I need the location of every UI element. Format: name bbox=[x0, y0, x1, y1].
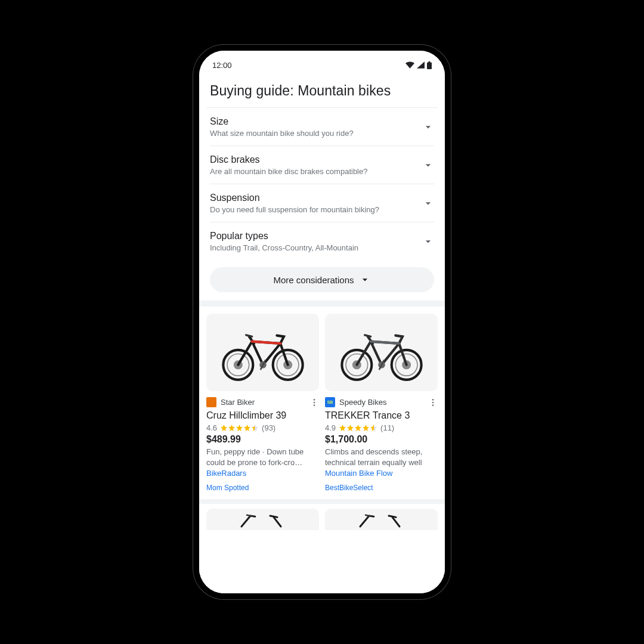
content-scroll[interactable]: Buying guide: Mountain bikes Size What s… bbox=[199, 73, 445, 593]
product-description: Fun, peppy ride · Down tube could be pro… bbox=[206, 447, 319, 467]
chevron-down-icon bbox=[422, 159, 434, 171]
product-card[interactable]: SB Speedy Bikes TREKKER Trance 3 4.9 bbox=[325, 314, 438, 492]
svg-point-9 bbox=[314, 404, 315, 406]
accordion-subtitle: What size mountain bike should you ride? bbox=[210, 129, 416, 138]
peek-row bbox=[199, 509, 445, 530]
svg-point-19 bbox=[432, 404, 434, 406]
cell-signal-icon bbox=[417, 61, 425, 69]
svg-point-18 bbox=[432, 401, 434, 403]
rating-value: 4.6 bbox=[206, 423, 217, 432]
accordion-subtitle: Including Trail, Cross-Country, All-Moun… bbox=[210, 243, 416, 252]
battery-icon bbox=[427, 61, 432, 69]
rating-row: 4.6 (93) bbox=[206, 423, 319, 432]
accordion-title: Disc brakes bbox=[210, 154, 416, 165]
product-price: $1,700.00 bbox=[325, 434, 438, 445]
bike-illustration bbox=[331, 323, 432, 382]
wifi-icon bbox=[405, 61, 414, 69]
svg-point-17 bbox=[432, 399, 434, 401]
accordion-item-suspension[interactable]: Suspension Do you need full suspension f… bbox=[210, 184, 434, 222]
section-separator bbox=[199, 301, 445, 306]
chevron-down-icon bbox=[359, 274, 371, 286]
accordion-title: Popular types bbox=[210, 231, 416, 242]
accordion-title: Suspension bbox=[210, 193, 416, 203]
screen: 12:00 Buying guide: Mountain bikes Size … bbox=[199, 51, 445, 593]
status-time: 12:00 bbox=[212, 61, 232, 70]
status-icons bbox=[405, 61, 432, 69]
rating-value: 4.9 bbox=[325, 423, 336, 432]
chevron-down-icon bbox=[422, 121, 434, 133]
star-rating bbox=[339, 424, 377, 432]
product-image bbox=[206, 314, 319, 391]
status-bar: 12:00 bbox=[199, 51, 445, 73]
accordion-subtitle: Are all mountain bike disc brakes compat… bbox=[210, 167, 416, 176]
more-vert-icon[interactable] bbox=[428, 398, 438, 407]
accordion-item-size[interactable]: Size What size mountain bike should you … bbox=[210, 108, 434, 146]
svg-point-8 bbox=[314, 401, 315, 403]
phone-frame: 12:00 Buying guide: Mountain bikes Size … bbox=[193, 45, 451, 599]
accordion-item-popular-types[interactable]: Popular types Including Trail, Cross-Cou… bbox=[210, 222, 434, 260]
star-rating bbox=[220, 424, 259, 432]
more-vert-icon[interactable] bbox=[309, 398, 319, 407]
product-image bbox=[325, 314, 438, 391]
source-link[interactable]: Mom Spotted bbox=[206, 484, 319, 492]
review-count: (93) bbox=[262, 423, 275, 432]
section-separator bbox=[199, 499, 445, 504]
more-button-label: More considerations bbox=[273, 275, 354, 285]
source-link[interactable]: Mountain Bike Flow bbox=[325, 469, 438, 478]
seller-name: Speedy Bikes bbox=[339, 398, 424, 407]
product-card[interactable]: Star Biker Cruz Hillclimber 39 4.6 bbox=[206, 314, 319, 492]
product-card-peek[interactable] bbox=[206, 509, 319, 530]
accordion-subtitle: Do you need full suspension for mountain… bbox=[210, 205, 416, 214]
accordion-title: Size bbox=[210, 116, 416, 127]
chevron-down-icon bbox=[422, 236, 434, 247]
product-name: Cruz Hillclimber 39 bbox=[206, 410, 319, 421]
source-link[interactable]: BikeRadars bbox=[206, 469, 319, 478]
seller-badge: SB bbox=[325, 397, 335, 407]
rating-row: 4.9 (11) bbox=[325, 423, 438, 432]
seller-badge bbox=[206, 397, 216, 407]
product-price: $489.99 bbox=[206, 434, 319, 445]
product-card-peek[interactable] bbox=[325, 509, 438, 530]
svg-point-7 bbox=[314, 399, 315, 401]
page-title: Buying guide: Mountain bikes bbox=[199, 73, 445, 107]
accordion-list: Size What size mountain bike should you … bbox=[199, 108, 445, 260]
bike-illustration bbox=[212, 323, 314, 382]
accordion-item-disc-brakes[interactable]: Disc brakes Are all mountain bike disc b… bbox=[210, 146, 434, 184]
product-description: Climbs and descends steep, technical ter… bbox=[325, 447, 438, 467]
review-count: (11) bbox=[380, 423, 394, 432]
product-name: TREKKER Trance 3 bbox=[325, 410, 438, 421]
product-grid: Star Biker Cruz Hillclimber 39 4.6 bbox=[199, 306, 445, 492]
source-link[interactable]: BestBikeSelect bbox=[325, 484, 438, 492]
seller-name: Star Biker bbox=[221, 398, 305, 407]
chevron-down-icon bbox=[422, 197, 434, 209]
more-considerations-button[interactable]: More considerations bbox=[210, 267, 434, 292]
